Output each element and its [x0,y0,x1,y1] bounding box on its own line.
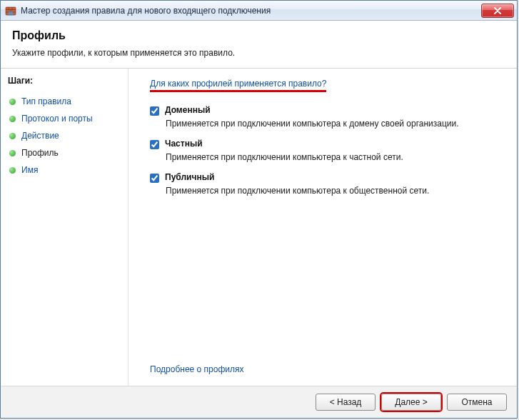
step-bullet-icon [9,150,16,156]
close-button[interactable] [481,4,514,18]
back-button[interactable]: < Назад [316,394,376,411]
profile-checkbox-public[interactable] [150,174,159,183]
profile-label-private: Частный [165,139,203,149]
body: Шаги: Тип правилаПротокол и портыДействи… [1,69,517,386]
step-bullet-icon [9,133,16,139]
step-label: Имя [21,165,38,175]
step-label: Тип правила [21,96,71,106]
profile-row-domain: Доменный [150,105,505,116]
step-bullet-icon [9,167,16,174]
firewall-icon [5,5,16,16]
header: Профиль Укажите профили, к которым приме… [1,21,517,69]
titlebar: Мастер создания правила для нового входя… [1,1,517,21]
steps-title: Шаги: [8,76,122,86]
profile-checkbox-domain[interactable] [150,106,159,116]
step-label: Действие [21,131,59,141]
step-item-4[interactable]: Имя [8,161,122,179]
wizard-window: Мастер создания правила для нового входя… [0,0,518,419]
profile-desc-public: Применяется при подключении компьютера к… [166,186,505,196]
profile-desc-private: Применяется при подключении компьютера к… [166,152,505,162]
step-bullet-icon [9,99,16,105]
profiles-group: ДоменныйПрименяется при подключении комп… [150,105,505,206]
profile-row-public: Публичный [150,172,505,183]
profile-desc-domain: Применяется при подключении компьютера к… [166,119,505,129]
profile-label-domain: Доменный [165,105,211,115]
content-pane: Для каких профилей применяется правило? … [128,69,517,386]
step-item-1[interactable]: Протокол и порты [8,110,122,127]
page-title: Профиль [12,29,505,42]
step-item-2[interactable]: Действие [8,127,122,144]
profile-question: Для каких профилей применяется правило? [150,79,326,92]
window-title: Мастер создания правила для нового входя… [21,6,481,16]
step-item-0[interactable]: Тип правила [8,93,122,110]
page-subtitle: Укажите профили, к которым применяется э… [12,48,505,58]
step-label: Профиль [21,148,59,158]
profile-label-public: Публичный [165,172,214,182]
step-bullet-icon [9,116,16,122]
steps-pane: Шаги: Тип правилаПротокол и портыДействи… [1,69,128,386]
step-label: Протокол и порты [21,114,93,124]
next-button[interactable]: Далее > [381,394,441,411]
learn-more-link[interactable]: Подробнее о профилях [150,364,505,374]
cancel-button[interactable]: Отмена [447,394,507,411]
profile-checkbox-private[interactable] [150,140,159,149]
profile-row-private: Частный [150,139,505,149]
footer: < Назад Далее > Отмена [1,386,517,418]
step-item-3: Профиль [8,144,122,161]
steps-list: Тип правилаПротокол и портыДействиеПрофи… [8,93,122,179]
